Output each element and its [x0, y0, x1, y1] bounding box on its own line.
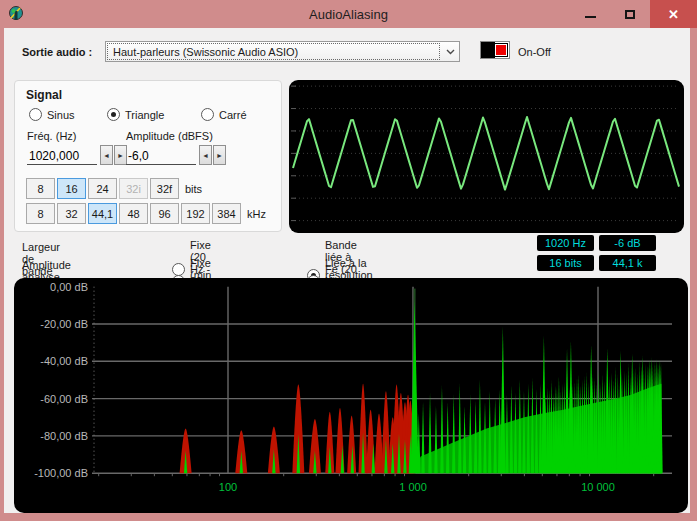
titlebar[interactable]: AudioAliasing ✕	[0, 0, 697, 28]
bit-depth-button-group: 8162432i32fbits	[26, 178, 202, 199]
amplitude-spin-up-icon[interactable]: ►	[213, 145, 226, 165]
output-device-combobox[interactable]: Haut-parleurs (Swissonic Audio ASIO)	[105, 41, 460, 62]
frequency-indicator: 1020 Hz	[537, 235, 594, 251]
sample-rate-button-44-1[interactable]: 44,1	[88, 203, 117, 224]
spectrum-green-peak	[421, 402, 424, 473]
oscilloscope-chart	[289, 80, 684, 233]
spectrum-ytick-label: 0,00 dB	[50, 281, 88, 293]
waveform-radio-label: Triangle	[125, 109, 164, 121]
bits-unit-label: bits	[185, 183, 202, 195]
waveform-trace	[293, 117, 679, 190]
radio-button-icon	[29, 108, 42, 121]
signal-groupbox: Signal SinusTriangleCarré Fréq. (Hz) Amp…	[14, 80, 282, 232]
radio-button-icon	[201, 108, 214, 121]
combobox-dropdown-icon[interactable]	[441, 42, 459, 61]
onoff-black-square	[481, 42, 495, 58]
khz-unit-label: kHz	[247, 208, 266, 220]
spectrum-ytick-label: -20,00 dB	[40, 318, 88, 330]
radio-button-icon	[107, 108, 120, 121]
spectrum-ytick-label: -100,00 dB	[34, 467, 88, 479]
spectrum-chart: 0,00 dB-20,00 dB-40,00 dB-60,00 dB-80,00…	[14, 278, 688, 513]
window-controls: ✕	[570, 0, 697, 28]
oscilloscope-panel	[289, 80, 684, 233]
spectrum-xtick-label: 10 000	[581, 481, 615, 493]
spectrum-green-peak	[428, 393, 431, 473]
output-device-label: Sortie audio :	[22, 46, 92, 58]
spectrum-green-peak	[500, 327, 505, 473]
waveform-radio-label: Carré	[219, 109, 247, 121]
sample-rate-button-8[interactable]: 8	[26, 203, 55, 224]
bit-depth-button-32f[interactable]: 32f	[150, 178, 179, 199]
amplitude-spin-down-icon[interactable]: ◄	[199, 145, 212, 165]
frequency-input[interactable]	[27, 146, 97, 165]
spectrum-xtick-label: 1 000	[399, 481, 427, 493]
sample-rate-button-32[interactable]: 32	[57, 203, 86, 224]
sample-rate-button-192[interactable]: 192	[181, 203, 210, 224]
spectrum-ytick-label: -80,00 dB	[40, 430, 88, 442]
spectrum-green-peak	[478, 380, 481, 473]
spectrum-xtick-label: 100	[219, 481, 237, 493]
waveform-radio-label: Sinus	[47, 109, 75, 121]
app-icon	[7, 5, 25, 23]
spectrum-green-peak	[434, 406, 437, 473]
waveform-radio-triangle[interactable]: Triangle	[107, 108, 164, 121]
maximize-icon	[625, 10, 635, 19]
onoff-red-square	[495, 44, 507, 56]
spectrum-analyzer-panel: 0,00 dB-20,00 dB-40,00 dB-60,00 dB-80,00…	[14, 278, 688, 513]
level-indicator: -6 dB	[599, 235, 656, 251]
amplitude-spinner: ◄ ►	[199, 145, 226, 165]
onoff-label: On-Off	[518, 46, 551, 58]
maximize-button[interactable]	[610, 0, 650, 28]
spectrum-green-peak	[411, 300, 419, 473]
waveform-radio-carr[interactable]: Carré	[201, 108, 247, 121]
waveform-radio-group: SinusTriangleCarré	[27, 108, 275, 124]
frequency-spinner: ◄ ►	[100, 145, 127, 165]
minimize-button[interactable]	[570, 0, 610, 28]
close-button[interactable]: ✕	[650, 0, 697, 28]
frequency-label: Fréq. (Hz)	[27, 130, 77, 142]
amplitude-label: Amplitude (dBFS)	[126, 130, 213, 142]
signal-group-title: Signal	[26, 88, 62, 102]
bit-depth-button-24[interactable]: 24	[88, 178, 117, 199]
frequency-spin-down-icon[interactable]: ◄	[100, 145, 113, 165]
sample-rate-button-384[interactable]: 384	[212, 203, 241, 224]
onoff-indicator[interactable]	[480, 41, 510, 59]
sample-rate-button-96[interactable]: 96	[150, 203, 179, 224]
sample-rate-button-48[interactable]: 48	[119, 203, 148, 224]
sample-rate-button-group: 83244,14896192384kHz	[26, 203, 266, 224]
spectrum-ytick-label: -40,00 dB	[40, 355, 88, 367]
minimize-icon	[585, 16, 596, 18]
bit-depth-button-16[interactable]: 16	[57, 178, 86, 199]
spectrum-ytick-label: -60,00 dB	[40, 393, 88, 405]
close-icon: ✕	[668, 7, 679, 22]
amplitude-input[interactable]	[126, 146, 196, 165]
bit-depth-button-8[interactable]: 8	[26, 178, 55, 199]
spectrum-green-peak	[458, 384, 461, 474]
spectrum-green-peak	[469, 395, 472, 473]
spectrum-green-peak	[452, 395, 455, 473]
output-device-value: Haut-parleurs (Swissonic Audio ASIO)	[107, 43, 440, 60]
status-indicators: 1020 Hz -6 dB 16 bits 44,1 k	[537, 235, 656, 271]
bits-indicator: 16 bits	[537, 255, 594, 271]
rate-indicator: 44,1 k	[599, 255, 656, 271]
client-area: Sortie audio : Haut-parleurs (Swissonic …	[4, 28, 690, 513]
waveform-radio-sinus[interactable]: Sinus	[29, 108, 75, 121]
bit-depth-button-32i: 32i	[119, 178, 148, 199]
app-window: AudioAliasing ✕ Sortie audio : Haut-parl…	[0, 0, 697, 521]
spectrum-green-peak	[446, 402, 449, 473]
